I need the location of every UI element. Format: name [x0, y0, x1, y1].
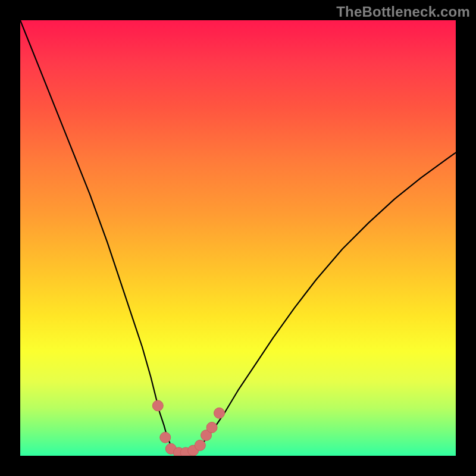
plot-gradient-background — [20, 20, 456, 456]
watermark-text: TheBottleneck.com — [0, 4, 470, 20]
chart-frame: TheBottleneck.com — [0, 0, 476, 476]
